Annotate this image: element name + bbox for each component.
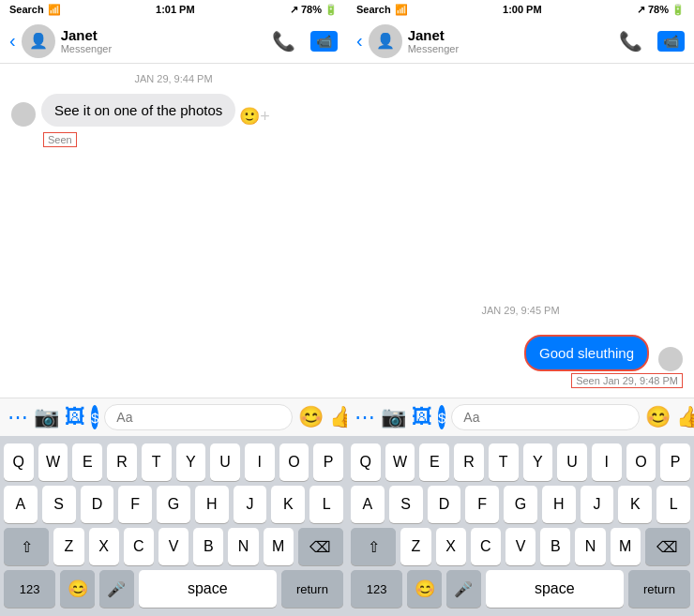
key-x-left[interactable]: X xyxy=(89,528,119,565)
key-j-left[interactable]: J xyxy=(234,486,267,523)
key-o-right[interactable]: O xyxy=(626,443,656,481)
key-u-right[interactable]: U xyxy=(557,443,587,481)
right-timestamp-1: JAN 29, 9:45 PM xyxy=(358,305,683,316)
left-nav-right: 📞 📹 xyxy=(272,30,338,53)
right-emoji-icon[interactable]: 😊 xyxy=(645,405,671,429)
key-shift-right[interactable]: ⇧ xyxy=(351,528,396,565)
left-video-button[interactable]: 📹 xyxy=(310,31,338,52)
key-numbers-left[interactable]: 123 xyxy=(4,570,55,608)
key-space-right[interactable]: space xyxy=(486,570,624,608)
key-y-right[interactable]: Y xyxy=(523,443,553,481)
key-mic-right[interactable]: 🎤 xyxy=(446,570,481,608)
key-b-right[interactable]: B xyxy=(540,528,570,565)
left-timestamp-1: JAN 29, 9:44 PM xyxy=(11,73,336,84)
left-battery-label: 78% xyxy=(301,4,322,15)
left-incoming-message-row: See it on one of the photos 🙂+ xyxy=(11,94,336,127)
key-return-right[interactable]: return xyxy=(628,570,690,608)
key-k-left[interactable]: K xyxy=(271,486,305,523)
key-s-left[interactable]: S xyxy=(42,486,76,523)
left-photo-icon[interactable]: 🖼 xyxy=(65,405,85,429)
left-signal-icon: 📶 xyxy=(48,4,61,16)
key-j-right[interactable]: J xyxy=(581,486,614,523)
left-camera-icon[interactable]: 📷 xyxy=(34,405,59,429)
key-f-left[interactable]: F xyxy=(118,486,152,523)
key-q-right[interactable]: Q xyxy=(351,443,381,481)
right-photo-icon[interactable]: 🖼 xyxy=(412,405,432,429)
key-a-left[interactable]: A xyxy=(4,486,38,523)
left-dollar-icon[interactable]: $ xyxy=(91,405,98,429)
key-w-left[interactable]: W xyxy=(38,443,68,481)
key-m-left[interactable]: M xyxy=(264,528,294,565)
key-h-right[interactable]: H xyxy=(542,486,576,523)
right-screen: Search 📶 1:00 PM ↗ 78% 🔋 ‹ 👤 Janet Messe… xyxy=(347,0,694,616)
key-s-right[interactable]: S xyxy=(389,486,423,523)
key-m-right[interactable]: M xyxy=(611,528,641,565)
key-shift-left[interactable]: ⇧ xyxy=(4,528,49,565)
right-dollar-icon[interactable]: $ xyxy=(438,405,445,429)
right-back-button[interactable]: ‹ xyxy=(356,30,363,52)
key-p-right[interactable]: P xyxy=(660,443,690,481)
key-r-right[interactable]: R xyxy=(454,443,484,481)
right-video-button[interactable]: 📹 xyxy=(657,31,685,52)
key-space-left[interactable]: space xyxy=(139,570,277,608)
left-avatar: 👤 xyxy=(22,24,55,58)
key-n-right[interactable]: N xyxy=(575,528,605,565)
key-k-right[interactable]: K xyxy=(618,486,652,523)
key-t-right[interactable]: T xyxy=(489,443,519,481)
key-w-right[interactable]: W xyxy=(385,443,415,481)
right-camera-icon[interactable]: 📷 xyxy=(381,405,406,429)
key-emoji-left[interactable]: 😊 xyxy=(60,570,95,608)
key-z-left[interactable]: Z xyxy=(53,528,83,565)
key-b-left[interactable]: B xyxy=(193,528,223,565)
key-n-left[interactable]: N xyxy=(228,528,258,565)
key-return-left[interactable]: return xyxy=(281,570,343,608)
key-g-left[interactable]: G xyxy=(157,486,190,523)
key-i-left[interactable]: I xyxy=(245,443,275,481)
key-d-right[interactable]: D xyxy=(428,486,461,523)
left-phone-button[interactable]: 📞 xyxy=(272,30,295,53)
key-y-left[interactable]: Y xyxy=(176,443,206,481)
key-numbers-right[interactable]: 123 xyxy=(351,570,402,608)
key-f-right[interactable]: F xyxy=(465,486,499,523)
left-sender-avatar xyxy=(11,102,36,127)
key-c-right[interactable]: C xyxy=(471,528,501,565)
left-keyboard: Q W E R T Y U I O P A S D F G H J K L ⇧ … xyxy=(0,436,347,616)
left-nav-info: Janet Messenger xyxy=(61,27,112,54)
key-r-left[interactable]: R xyxy=(107,443,137,481)
key-d-left[interactable]: D xyxy=(81,486,114,523)
key-delete-left[interactable]: ⌫ xyxy=(298,528,343,565)
key-e-left[interactable]: E xyxy=(72,443,102,481)
key-a-right[interactable]: A xyxy=(351,486,385,523)
key-g-right[interactable]: G xyxy=(504,486,537,523)
right-message-input[interactable] xyxy=(451,404,640,430)
left-battery-icon: 🔋 xyxy=(324,4,338,16)
right-thumbs-up-icon[interactable]: 👍 xyxy=(676,405,694,429)
key-e-right[interactable]: E xyxy=(419,443,449,481)
key-v-right[interactable]: V xyxy=(505,528,536,565)
left-reaction-button[interactable]: 🙂+ xyxy=(239,106,270,127)
left-emoji-icon[interactable]: 😊 xyxy=(298,405,324,429)
left-message-input[interactable] xyxy=(104,404,293,430)
key-u-left[interactable]: U xyxy=(210,443,240,481)
key-c-left[interactable]: C xyxy=(124,528,154,565)
right-phone-button[interactable]: 📞 xyxy=(619,30,642,53)
key-i-right[interactable]: I xyxy=(592,443,622,481)
key-z-right[interactable]: Z xyxy=(400,528,430,565)
right-message-area: JAN 29, 9:45 PM Good sleuthing Seen Jan … xyxy=(347,64,694,398)
key-l-left[interactable]: L xyxy=(309,486,343,523)
left-nav-left: ‹ 👤 Janet Messenger xyxy=(9,24,112,58)
key-o-left[interactable]: O xyxy=(279,443,309,481)
key-q-left[interactable]: Q xyxy=(4,443,34,481)
key-delete-right[interactable]: ⌫ xyxy=(645,528,690,565)
key-p-left[interactable]: P xyxy=(313,443,343,481)
right-apps-icon[interactable]: ⋯ xyxy=(355,405,375,429)
key-emoji-right[interactable]: 😊 xyxy=(407,570,442,608)
left-back-button[interactable]: ‹ xyxy=(9,30,16,52)
key-mic-left[interactable]: 🎤 xyxy=(99,570,134,608)
key-t-left[interactable]: T xyxy=(142,443,172,481)
left-apps-icon[interactable]: ⋯ xyxy=(8,405,28,429)
key-v-left[interactable]: V xyxy=(158,528,189,565)
key-x-right[interactable]: X xyxy=(436,528,466,565)
key-h-left[interactable]: H xyxy=(195,486,229,523)
key-l-right[interactable]: L xyxy=(656,486,690,523)
